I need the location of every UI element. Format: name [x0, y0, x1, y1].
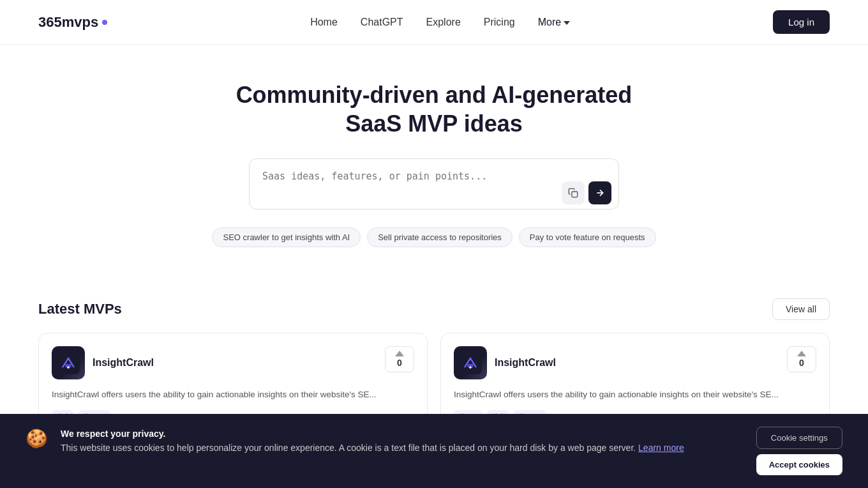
- logo-dot: [102, 20, 107, 25]
- nav-pricing[interactable]: Pricing: [484, 17, 515, 27]
- svg-point-4: [67, 366, 70, 369]
- card-2-vote[interactable]: 0: [787, 346, 816, 372]
- card-1-title-row: InsightCrawl: [52, 346, 154, 379]
- card-1-brand: InsightCrawl: [93, 357, 154, 369]
- cookie-learn-more[interactable]: Learn more: [638, 443, 684, 453]
- card-2-logo: [454, 346, 487, 379]
- chevron-down-icon: [564, 21, 570, 25]
- login-button[interactable]: Log in: [773, 10, 830, 34]
- cookie-body: This website uses cookies to help person…: [61, 443, 636, 453]
- search-container: [249, 158, 619, 212]
- vote-arrow-icon: [395, 351, 404, 356]
- tag-vote[interactable]: Pay to vote feature on requests: [519, 227, 656, 247]
- svg-rect-0: [572, 192, 578, 197]
- nav-more-label: More: [538, 17, 561, 28]
- card-2-vote-count: 0: [799, 358, 804, 368]
- suggestion-tags: SEO crawler to get insights with AI Sell…: [13, 227, 855, 247]
- card-1-description: InsightCrawl offers users the ability to…: [52, 388, 414, 401]
- cookie-icon: 🍪: [26, 428, 48, 449]
- view-all-button[interactable]: View all: [772, 298, 830, 320]
- vote-arrow-2-icon: [797, 351, 806, 356]
- logo-text: 365mvps: [38, 14, 98, 31]
- nav-links: Home ChatGPT Explore Pricing More: [310, 17, 570, 28]
- nav-more[interactable]: More: [538, 17, 570, 28]
- cookie-settings-button[interactable]: Cookie settings: [756, 427, 842, 449]
- card-2-description: InsightCrawl offers users the ability to…: [454, 388, 816, 401]
- hero-section: Community-driven and AI-generated SaaS M…: [0, 45, 868, 298]
- svg-rect-2: [57, 351, 80, 374]
- tag-seo[interactable]: SEO crawler to get insights with AI: [212, 227, 361, 247]
- submit-button[interactable]: [588, 181, 611, 204]
- cookie-banner: 🍪 We respect your privacy. This website …: [0, 414, 868, 488]
- logo[interactable]: 365mvps: [38, 14, 107, 31]
- tag-private[interactable]: Sell private access to repositories: [367, 227, 513, 247]
- nav-chatgpt[interactable]: ChatGPT: [361, 17, 403, 27]
- cookie-actions: Cookie settings Accept cookies: [756, 427, 842, 475]
- card-2-brand: InsightCrawl: [495, 357, 556, 369]
- nav-explore[interactable]: Explore: [426, 17, 461, 27]
- section-header: Latest MVPs View all: [38, 298, 830, 320]
- cookie-text: We respect your privacy. This website us…: [61, 427, 744, 455]
- nav-home[interactable]: Home: [310, 17, 338, 27]
- card-2-title-row: InsightCrawl: [454, 346, 556, 379]
- navbar: 365mvps Home ChatGPT Explore Pricing Mor…: [0, 0, 868, 45]
- card-2-header: InsightCrawl 0: [454, 346, 816, 379]
- svg-point-8: [469, 366, 472, 369]
- card-1-vote-count: 0: [397, 358, 402, 368]
- svg-rect-6: [459, 351, 482, 374]
- card-1-logo: [52, 346, 85, 379]
- card-1-vote[interactable]: 0: [385, 346, 414, 372]
- section-title: Latest MVPs: [38, 301, 122, 317]
- cookie-title: We respect your privacy.: [61, 429, 165, 439]
- search-actions: [562, 181, 611, 204]
- accept-cookies-button[interactable]: Accept cookies: [756, 454, 842, 475]
- card-1-header: InsightCrawl 0: [52, 346, 414, 379]
- hero-title: Community-driven and AI-generated SaaS M…: [211, 80, 657, 138]
- copy-button[interactable]: [562, 181, 585, 204]
